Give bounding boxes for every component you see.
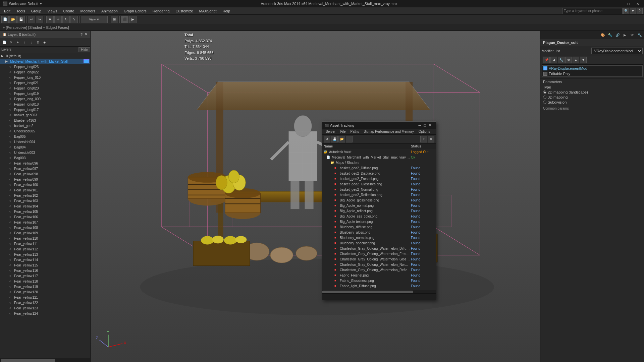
rp-motion-icon[interactable]: ▶: [622, 32, 628, 38]
layers-add-btn[interactable]: +: [15, 39, 21, 45]
at-menu-server[interactable]: Server: [324, 129, 337, 134]
list-item[interactable]: 📁 Maps / Shaders: [322, 160, 436, 165]
list-item[interactable]: ■ Fabric_Fresnel.png Found: [322, 273, 436, 278]
list-item[interactable]: ○ Pear_yellow119: [0, 284, 90, 289]
layers-select-btn[interactable]: ◈: [42, 39, 48, 45]
list-item[interactable]: ○ Pear_yellow107: [0, 220, 90, 225]
rp-make-unique-btn[interactable]: 🔧: [558, 57, 565, 63]
list-item[interactable]: ○ Pear_yellow099: [0, 177, 90, 182]
list-item[interactable]: ○ Pepper_long_010: [0, 75, 90, 80]
list-item[interactable]: ○ Pear_yellow100: [0, 182, 90, 187]
list-item[interactable]: ■ Charleston_Gray_Oblong_Watermelon_Glos…: [322, 256, 436, 262]
rp-pin-btn[interactable]: 📌: [543, 57, 550, 63]
layers-panel-close[interactable]: ✕: [85, 32, 88, 37]
list-item[interactable]: ▶ 0 (default): [0, 53, 90, 59]
help-icon[interactable]: ?: [637, 8, 643, 14]
hide-button[interactable]: Hide: [78, 47, 90, 52]
list-item[interactable]: ○ basket_geo2: [0, 123, 90, 128]
param-2d-mapping[interactable]: 2D mapping (landscape): [543, 90, 641, 94]
layer-manager-btn[interactable]: ⊞: [111, 16, 118, 23]
list-item[interactable]: ■ Charleston_Gray_Oblong_Watermelon_Refl…: [322, 267, 436, 273]
list-item[interactable]: ■ Charleston_Gray_Oblong_Watermelon_Fres…: [322, 251, 436, 256]
search-button[interactable]: 🔍: [623, 8, 629, 14]
list-item[interactable]: ■ Blueberry_diffuse.png Found: [322, 224, 436, 230]
list-item[interactable]: ■ Big_Apple_normal.png Found: [322, 203, 436, 208]
list-item[interactable]: ○ Pear_yellow101: [0, 187, 90, 193]
param-3d-mapping[interactable]: 3D mapping: [543, 95, 641, 99]
list-item[interactable]: ○ Pepper_long017: [0, 107, 90, 112]
menu-item-group[interactable]: Group: [29, 8, 44, 14]
list-item[interactable]: ■ Big_Apple_glossiness.png Found: [322, 197, 436, 203]
new-btn[interactable]: 📄: [1, 16, 9, 23]
list-item[interactable]: ■ Fabric_light_Diffuse.png Found: [322, 283, 436, 289]
modifier-item-vray[interactable]: VRayDisplacementMod: [542, 66, 642, 71]
list-item[interactable]: ○ Pepper_long022: [0, 69, 90, 75]
list-item[interactable]: ○ Pear_yellow123: [0, 305, 90, 311]
menu-item-rendering[interactable]: Rendering: [150, 8, 172, 14]
list-item[interactable]: ○ Pear_yellow103: [0, 198, 90, 203]
at-scrollbar-thumb[interactable]: [322, 291, 413, 293]
list-item[interactable]: ○ basket_geo003: [0, 112, 90, 118]
list-item[interactable]: ■ Fabric_Glossiness.png Found: [322, 278, 436, 283]
list-item[interactable]: ○ Pear_yellow105: [0, 209, 90, 214]
list-item[interactable]: ○ Pepper_long018: [0, 102, 90, 107]
list-item[interactable]: ○ Pear_yellow106: [0, 214, 90, 220]
menu-item-modifiers[interactable]: Modifiers: [77, 8, 98, 14]
menu-item-create[interactable]: Create: [60, 8, 77, 14]
list-item[interactable]: ■ basket_geo2_Normal.png Found: [322, 187, 436, 192]
list-item[interactable]: ○ Pear_yellow097: [0, 166, 90, 171]
at-menu-options[interactable]: Options: [417, 129, 432, 134]
rp-move-up-mod-btn[interactable]: ▲: [573, 57, 579, 63]
rp-delete-mod-btn[interactable]: 🗑: [565, 57, 572, 63]
layers-hscrollbar-thumb[interactable]: [1, 359, 55, 362]
modifier-checkbox[interactable]: [543, 66, 547, 70]
param-subdivision[interactable]: Subdivision: [543, 100, 641, 104]
rp-display-icon[interactable]: 👁: [629, 32, 635, 38]
list-item[interactable]: ■ basket_geo2_Reflection.png Found: [322, 192, 436, 197]
at-save-btn[interactable]: 💾: [331, 136, 338, 142]
minimize-button[interactable]: ─: [616, 2, 623, 6]
list-item[interactable]: ○ Pear_yellow114: [0, 257, 90, 262]
save-btn[interactable]: 💾: [17, 16, 25, 23]
menu-item-animation[interactable]: Animation: [99, 8, 120, 14]
layers-move-up-btn[interactable]: ↑: [21, 39, 28, 45]
list-item[interactable]: ○ Underside005: [0, 128, 90, 134]
menu-item-tools[interactable]: Tools: [14, 8, 28, 14]
list-item[interactable]: ○ Pear_yellow120: [0, 289, 90, 295]
list-item[interactable]: ○ Pear_yellow108: [0, 225, 90, 230]
list-item[interactable]: ▶ Medieval_Merchant_with_Market_Stall: [0, 59, 90, 64]
list-item[interactable]: ○ Bag004: [0, 144, 90, 150]
list-item[interactable]: ■ Blueberry_gloss.png Found: [322, 230, 436, 235]
move-btn[interactable]: ✛: [54, 16, 62, 23]
search-input[interactable]: [562, 8, 623, 14]
list-item[interactable]: ■ basket_geo2_Glossines.png Found: [322, 181, 436, 187]
scale-btn[interactable]: ⤡: [70, 16, 78, 23]
render-frame-btn[interactable]: ▶: [129, 16, 137, 23]
list-item[interactable]: ■ basket_geo2_Displace.png Found: [322, 171, 436, 176]
at-help-btn[interactable]: ?: [420, 136, 427, 142]
menu-item-customize[interactable]: Customize: [173, 8, 196, 14]
list-item[interactable]: ○ Pepper_long_009: [0, 96, 90, 102]
list-item[interactable]: ■ Charleston_Gray_Oblong_Watermelon_Norm…: [322, 262, 436, 267]
list-item[interactable]: ○ Pear_yellow122: [0, 300, 90, 305]
list-item[interactable]: ○ Pear_yellow098: [0, 171, 90, 177]
menu-item-help[interactable]: Help: [220, 8, 233, 14]
list-item[interactable]: ○ Pear_yellow104: [0, 203, 90, 209]
modifier-checkbox[interactable]: [543, 72, 547, 76]
layers-panel-help[interactable]: ?: [80, 33, 83, 37]
list-item[interactable]: ○ Pear_yellow113: [0, 252, 90, 257]
list-item[interactable]: ○ Pear_yellow124: [0, 311, 90, 316]
at-folder-btn[interactable]: 📂: [338, 136, 345, 142]
list-item[interactable]: ■ Blueberry_specular.png Found: [322, 240, 436, 246]
list-item[interactable]: 🔐 Autodesk Vault Logged Out: [322, 149, 436, 155]
list-item[interactable]: ○ Underside004: [0, 139, 90, 144]
rotate-btn[interactable]: ↻: [62, 16, 70, 23]
list-item[interactable]: ○ Pear_yellow102: [0, 193, 90, 198]
rp-move-down-mod-btn[interactable]: ▼: [580, 57, 587, 63]
at-close-button[interactable]: ✕: [427, 123, 433, 127]
rp-render-icon[interactable]: 🔦: [607, 32, 613, 38]
search-options-button[interactable]: ▼: [630, 8, 636, 14]
rp-utility-icon[interactable]: 🔧: [637, 32, 643, 38]
modifier-item-editable-poly[interactable]: Editable Poly: [542, 71, 642, 76]
list-item[interactable]: ○ Pepper_long023: [0, 64, 90, 69]
